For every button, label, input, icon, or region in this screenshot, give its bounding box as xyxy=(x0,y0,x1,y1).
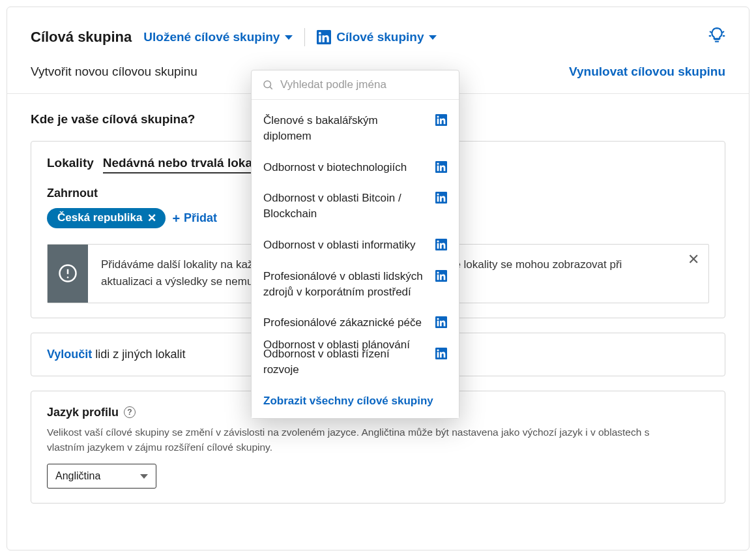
language-select[interactable]: Angličtina xyxy=(47,464,156,489)
divider xyxy=(304,28,305,46)
linkedin-icon xyxy=(317,30,331,44)
exclude-highlight: Vyloučit xyxy=(47,348,92,361)
svg-point-2 xyxy=(67,277,69,278)
list-item[interactable]: Odbornost v oblasti Bitcoin / Blockchain xyxy=(252,183,459,230)
chevron-down-icon xyxy=(429,35,437,40)
location-chip[interactable]: Česká republika ✕ xyxy=(47,208,166,228)
close-icon[interactable]: ✕ xyxy=(147,213,156,224)
show-all-link[interactable]: Zobrazit všechny cílové skupiny xyxy=(252,385,459,418)
linkedin-icon xyxy=(435,316,447,328)
list-item-label: Odbornost v oblasti Bitcoin / Blockchain xyxy=(263,190,428,222)
chevron-down-icon xyxy=(285,35,293,40)
svg-point-3 xyxy=(264,81,271,88)
exclude-rest: lidi z jiných lokalit xyxy=(92,348,185,361)
list-item[interactable]: Profesionálové v oblasti lidských zdrojů… xyxy=(252,261,459,308)
linkedin-icon xyxy=(435,270,447,282)
alert-close-button[interactable]: ✕ xyxy=(688,252,699,267)
popover-search[interactable] xyxy=(252,70,459,100)
list-item-label: Členové s bakalářským diplomem xyxy=(263,113,428,144)
popover-search-input[interactable] xyxy=(280,78,448,91)
list-item-label: Odbornost v biotechnologiích xyxy=(263,160,407,175)
language-selected: Angličtina xyxy=(55,470,100,482)
saved-groups-dropdown[interactable]: Uložené cílové skupiny xyxy=(143,30,293,44)
chip-label: Česká republika xyxy=(57,211,142,224)
locations-label: Lokality xyxy=(47,156,94,170)
linkedin-icon xyxy=(435,161,447,173)
list-item[interactable]: Odbornost v oblasti informatiky xyxy=(252,230,459,261)
list-item-label: Odbornost v oblasti informatiky xyxy=(263,237,415,253)
add-label: Přidat xyxy=(184,211,217,225)
linkedin-icon xyxy=(435,239,447,250)
list-item-cut[interactable]: Odbornost v oblasti plánování xyxy=(263,339,439,352)
list-item-label: Profesionálové v oblasti lidských zdrojů… xyxy=(263,269,428,300)
svg-line-4 xyxy=(270,87,272,89)
list-item[interactable]: Členové s bakalářským diplomem xyxy=(252,105,459,152)
plus-icon: + xyxy=(172,212,180,225)
target-groups-dropdown[interactable]: Cílové skupiny xyxy=(317,30,437,44)
linkedin-icon xyxy=(435,192,447,203)
reset-link[interactable]: Vynulovat cílovou skupinu xyxy=(569,65,725,79)
page-title: Cílová skupina xyxy=(31,29,132,46)
linkedin-icon xyxy=(435,114,447,126)
chevron-down-icon xyxy=(140,474,148,479)
help-icon[interactable]: ? xyxy=(124,406,136,418)
language-title: Jazyk profilu xyxy=(47,406,119,419)
saved-groups-label: Uložené cílové skupiny xyxy=(143,30,280,44)
search-icon xyxy=(262,79,274,91)
target-groups-popover: Členové s bakalářským diplomemOdbornost … xyxy=(251,70,459,419)
target-groups-label: Cílové skupiny xyxy=(336,30,424,44)
create-new-label: Vytvořit novou cílovou skupinu xyxy=(31,65,197,79)
lightbulb-icon[interactable] xyxy=(708,27,725,46)
list-item-label: Profesionálové zákaznické péče xyxy=(263,315,422,331)
locations-scope-dropdown[interactable]: Nedávná nebo trvalá lokalita xyxy=(103,156,270,173)
list-item[interactable]: Odbornost v biotechnologiích xyxy=(252,152,459,183)
alert-icon xyxy=(48,245,88,303)
add-location-button[interactable]: + Přidat xyxy=(172,211,217,225)
list-item[interactable]: Profesionálové zákaznické péče xyxy=(252,307,459,339)
language-description: Velikost vaší cílové skupiny se změní v … xyxy=(47,425,686,455)
